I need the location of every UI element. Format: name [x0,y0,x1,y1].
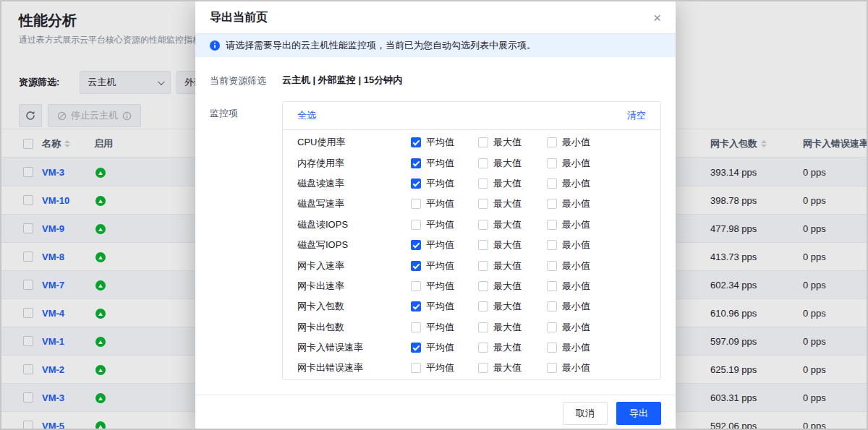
avg-checkbox-label: 平均值 [426,361,454,374]
min-checkbox[interactable]: 最小值 [547,218,660,231]
min-checkbox[interactable]: 最小值 [547,341,660,354]
avg-checkbox[interactable]: 平均值 [411,238,478,251]
avg-checkbox-box[interactable] [411,281,421,291]
min-checkbox[interactable]: 最小值 [547,157,660,170]
metric-row: 磁盘写速率 平均值 最大值 最小值 [283,194,660,214]
avg-checkbox-box[interactable] [411,301,421,311]
metric-row: 磁盘读速率 平均值 最大值 最小值 [283,173,660,194]
min-checkbox[interactable]: 最小值 [547,177,660,190]
max-checkbox[interactable]: 最大值 [478,361,547,374]
metric-row: CPU使用率 平均值 最大值 最小值 [283,132,660,152]
metric-name: 网卡入速率 [297,259,411,272]
max-checkbox-box[interactable] [478,363,488,373]
min-checkbox[interactable]: 最小值 [547,321,660,334]
max-checkbox-box[interactable] [478,261,488,271]
min-checkbox[interactable]: 最小值 [547,136,660,149]
min-checkbox[interactable]: 最小值 [547,300,660,313]
metric-name: 网卡入错误速率 [297,341,411,354]
min-checkbox[interactable]: 最小值 [547,197,660,210]
max-checkbox[interactable]: 最大值 [478,218,547,231]
min-checkbox-label: 最小值 [562,280,590,293]
max-checkbox-box[interactable] [478,137,488,147]
min-checkbox-box[interactable] [547,179,557,189]
min-checkbox-box[interactable] [547,261,557,271]
max-checkbox-box[interactable] [478,199,488,209]
avg-checkbox-box[interactable] [411,179,421,189]
metric-name: 磁盘写速率 [297,197,411,210]
export-dialog: 导出当前页 请选择需要导出的云主机性能监控项，当前已为您自动勾选列表中展示项。 … [195,1,676,430]
avg-checkbox[interactable]: 平均值 [411,177,478,190]
min-checkbox[interactable]: 最小值 [547,280,660,293]
max-checkbox[interactable]: 最大值 [478,280,547,293]
dialog-footer: 取消 导出 [195,395,676,430]
avg-checkbox[interactable]: 平均值 [411,361,478,374]
avg-checkbox-box[interactable] [411,158,421,168]
min-checkbox-box[interactable] [547,158,557,168]
max-checkbox[interactable]: 最大值 [478,321,547,334]
max-checkbox-box[interactable] [478,158,488,168]
max-checkbox-label: 最大值 [493,157,522,170]
min-checkbox-label: 最小值 [562,177,590,190]
avg-checkbox-box[interactable] [411,240,421,250]
avg-checkbox-box[interactable] [411,137,421,147]
min-checkbox-box[interactable] [547,240,557,250]
max-checkbox-box[interactable] [478,301,488,311]
avg-checkbox[interactable]: 平均值 [411,321,478,334]
max-checkbox-box[interactable] [478,322,488,332]
min-checkbox-box[interactable] [547,301,557,311]
min-checkbox-label: 最小值 [562,321,590,334]
avg-checkbox-box[interactable] [411,220,421,230]
select-all-link[interactable]: 全选 [297,109,316,122]
max-checkbox[interactable]: 最大值 [478,157,547,170]
avg-checkbox[interactable]: 平均值 [411,280,478,293]
max-checkbox[interactable]: 最大值 [478,259,547,272]
min-checkbox-box[interactable] [547,343,557,353]
min-checkbox-label: 最小值 [562,197,590,210]
export-button[interactable]: 导出 [616,402,661,425]
min-checkbox[interactable]: 最小值 [547,361,660,374]
max-checkbox-box[interactable] [478,179,488,189]
min-checkbox[interactable]: 最小值 [547,238,660,251]
min-checkbox-box[interactable] [547,220,557,230]
min-checkbox-box[interactable] [547,137,557,147]
avg-checkbox[interactable]: 平均值 [411,259,478,272]
cancel-button[interactable]: 取消 [563,402,608,425]
max-checkbox[interactable]: 最大值 [478,238,547,251]
avg-checkbox[interactable]: 平均值 [411,341,478,354]
max-checkbox[interactable]: 最大值 [478,177,547,190]
avg-checkbox-label: 平均值 [426,218,454,231]
dialog-header: 导出当前页 [195,1,676,34]
min-checkbox-box[interactable] [547,281,557,291]
close-icon[interactable] [653,11,661,25]
metric-row: 磁盘读IOPS 平均值 最大值 最小值 [283,215,660,235]
min-checkbox-box[interactable] [547,363,557,373]
min-checkbox-label: 最小值 [562,238,590,251]
avg-checkbox[interactable]: 平均值 [411,218,478,231]
max-checkbox-box[interactable] [478,240,488,250]
avg-checkbox-label: 平均值 [426,341,454,354]
max-checkbox-box[interactable] [478,343,488,353]
avg-checkbox-box[interactable] [411,343,421,353]
metric-row: 网卡入包数 平均值 最大值 最小值 [283,296,660,317]
clear-link[interactable]: 清空 [627,109,646,122]
avg-checkbox[interactable]: 平均值 [411,197,478,210]
max-checkbox-box[interactable] [478,220,488,230]
max-checkbox[interactable]: 最大值 [478,300,547,313]
min-checkbox[interactable]: 最小值 [547,259,660,272]
avg-checkbox[interactable]: 平均值 [411,157,478,170]
metrics-panel: 全选 清空 CPU使用率 平均值 最大值 最小值 内存使用率 平均值 最大值 [282,101,661,380]
max-checkbox-box[interactable] [478,281,488,291]
avg-checkbox-box[interactable] [411,363,421,373]
avg-checkbox-box[interactable] [411,261,421,271]
max-checkbox[interactable]: 最大值 [478,341,547,354]
avg-checkbox-box[interactable] [411,199,421,209]
min-checkbox-box[interactable] [547,199,557,209]
avg-checkbox[interactable]: 平均值 [411,300,478,313]
avg-checkbox[interactable]: 平均值 [411,136,478,149]
min-checkbox-box[interactable] [547,322,557,332]
max-checkbox[interactable]: 最大值 [478,136,547,149]
avg-checkbox-box[interactable] [411,322,421,332]
avg-checkbox-label: 平均值 [426,177,454,190]
metric-row: 磁盘写IOPS 平均值 最大值 最小值 [283,235,660,255]
max-checkbox[interactable]: 最大值 [478,197,547,210]
